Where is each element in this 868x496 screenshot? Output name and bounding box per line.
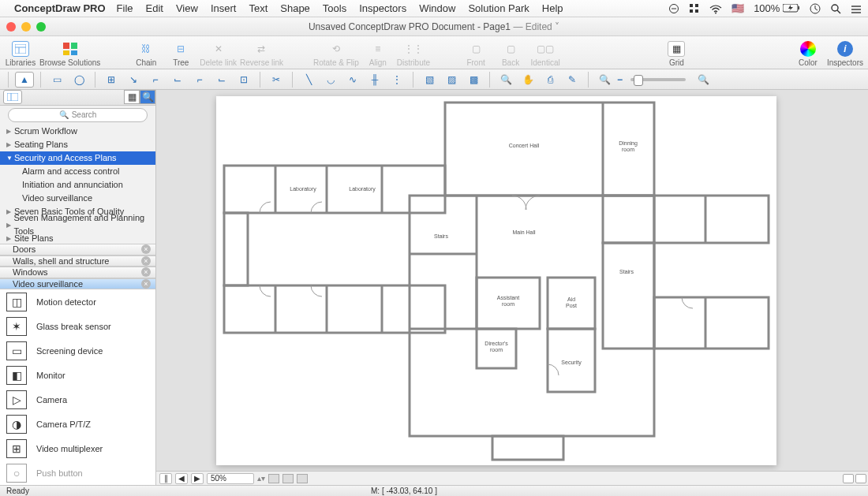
battery-status[interactable]: 100% — [754, 2, 800, 14]
close-icon[interactable]: × — [141, 244, 151, 254]
shape-push-button[interactable]: ○Push button — [0, 461, 155, 485]
subcat-initiation[interactable]: Initiation and annunciation — [0, 178, 155, 192]
close-icon[interactable]: × — [141, 256, 151, 266]
shape-screening[interactable]: ▭Screening device — [0, 338, 155, 363]
page-tab-2[interactable] — [282, 474, 294, 483]
lib-windows[interactable]: Windows× — [0, 267, 155, 278]
view-grid-tab[interactable]: ▦ — [124, 90, 140, 104]
close-icon[interactable]: × — [141, 267, 151, 277]
grid-button[interactable]: ▦Grid — [660, 39, 692, 67]
zoom-field[interactable]: 50% — [207, 473, 254, 484]
distribute-button[interactable]: ⋮⋮Distribute — [397, 39, 430, 67]
zoom-slider[interactable] — [630, 78, 686, 81]
ellipse-tool[interactable]: ◯ — [69, 72, 88, 88]
grid-icon[interactable] — [689, 2, 700, 15]
connector-tool-5[interactable]: ⌙ — [212, 72, 231, 88]
zoom-out-icon[interactable]: 🔍 — [595, 72, 614, 88]
front-button[interactable]: ▢Front — [460, 39, 492, 67]
page-prev-icon[interactable]: ◀ — [175, 473, 188, 484]
hand-tool[interactable]: ✋ — [518, 72, 537, 88]
back-button[interactable]: ▢Back — [495, 39, 526, 67]
group-tool-2[interactable]: ▨ — [442, 72, 461, 88]
traffic-minimize[interactable] — [21, 22, 31, 32]
subcat-alarm[interactable]: Alarm and access control — [0, 165, 155, 178]
zoom-minus[interactable]: − — [617, 74, 623, 85]
menu-tools[interactable]: Tools — [323, 2, 346, 14]
cat-scrum[interactable]: ▶Scrum Workflow — [0, 125, 155, 138]
menu-extras-icon[interactable] — [851, 2, 862, 14]
status-icon[interactable] — [668, 2, 679, 15]
page-pause-icon[interactable]: ∥ — [159, 473, 172, 484]
arc-tool[interactable]: ◡ — [321, 72, 340, 88]
inspectors-button[interactable]: iInspectors — [827, 39, 863, 67]
identical-button[interactable]: ▢▢Identical — [529, 39, 561, 67]
shape-motion-detector[interactable]: ◫Motion detector — [0, 289, 155, 314]
tree-button[interactable]: ⊟Tree — [165, 39, 196, 67]
zoom-stepper-icon[interactable]: ▴▾ — [257, 474, 265, 483]
dim-tool-2[interactable]: ⋮ — [387, 72, 406, 88]
pen-tool[interactable]: ✎ — [563, 72, 582, 88]
shape-multiplexer[interactable]: ⊞Video multiplexer — [0, 436, 155, 461]
page-next-icon[interactable]: ▶ — [191, 473, 204, 484]
drawing-page[interactable]: Concert Hall Dinningroom Laboratory Labo… — [216, 96, 776, 465]
stamp-tool[interactable]: ⎙ — [541, 72, 559, 88]
flag-icon[interactable]: 🇺🇸 — [731, 2, 744, 14]
reverse-link-button[interactable]: ⇄Reverse link — [240, 39, 283, 67]
wifi-icon[interactable] — [709, 2, 722, 14]
lib-doors[interactable]: Doors× — [0, 244, 155, 255]
view-search-tab[interactable]: 🔍 — [140, 90, 155, 104]
lib-video-surveillance[interactable]: Video surveillance× — [0, 278, 155, 289]
zoom-in-icon[interactable]: 🔍 — [694, 72, 713, 88]
delete-link-button[interactable]: ✕Delete link — [200, 39, 237, 67]
connector-tool-2[interactable]: ⌐ — [146, 72, 165, 88]
menu-insert[interactable]: Insert — [211, 2, 237, 14]
clock-icon[interactable] — [810, 2, 821, 15]
clip-tool[interactable]: ✂ — [267, 72, 286, 88]
connector-tool-3[interactable]: ⌙ — [168, 72, 187, 88]
rect-tool[interactable]: ▭ — [47, 72, 66, 88]
pointer-tool[interactable]: ▲ — [15, 72, 34, 88]
menu-help[interactable]: Help — [542, 2, 563, 14]
menu-window[interactable]: Window — [419, 2, 455, 14]
cat-security[interactable]: ▼Security and Access Plans — [0, 151, 155, 165]
dim-tool-1[interactable]: ╫ — [365, 72, 384, 88]
canvas-area[interactable]: Concert Hall Dinningroom Laboratory Labo… — [156, 90, 868, 485]
chain-button[interactable]: ⛓Chain — [130, 39, 162, 67]
panel-toggle[interactable] — [3, 90, 22, 104]
menu-inspectors[interactable]: Inspectors — [359, 2, 406, 14]
connector-tool-1[interactable]: ↘ — [124, 72, 143, 88]
group-tool-1[interactable]: ▧ — [420, 72, 439, 88]
color-button[interactable]: Color — [792, 39, 824, 67]
spline-tool[interactable]: ∿ — [343, 72, 362, 88]
shape-monitor[interactable]: ◧Monitor — [0, 363, 155, 387]
page-tab-3[interactable] — [297, 474, 308, 483]
corner-button-1[interactable] — [843, 474, 854, 483]
group-tool-3[interactable]: ▩ — [464, 72, 483, 88]
rotate-flip-button[interactable]: ⟲Rotate & Flip — [313, 39, 359, 67]
page-tab-1[interactable] — [268, 474, 279, 483]
traffic-zoom[interactable] — [36, 22, 46, 32]
align-button[interactable]: ≡Align — [362, 39, 394, 67]
menu-file[interactable]: File — [117, 2, 133, 14]
shape-camera-ptz[interactable]: ◑Camera P/T/Z — [0, 412, 155, 436]
menu-view[interactable]: View — [176, 2, 198, 14]
title-chevron-icon[interactable]: ˅ — [555, 21, 559, 32]
lib-walls[interactable]: Walls, shell and structure× — [0, 255, 155, 267]
cat-seating[interactable]: ▶Seating Plans — [0, 138, 155, 151]
subcat-video[interactable]: Video surveillance — [0, 192, 155, 205]
spotlight-icon[interactable] — [830, 2, 841, 15]
menu-text[interactable]: Text — [249, 2, 268, 14]
snap-tool-1[interactable]: ⊞ — [102, 72, 121, 88]
search-input[interactable]: 🔍Search — [8, 108, 148, 122]
shape-camera[interactable]: ▷Camera — [0, 387, 155, 412]
connector-tool-6[interactable]: ⊡ — [234, 72, 253, 88]
shape-glass-break[interactable]: ✶Glass break sensor — [0, 314, 155, 338]
menu-solution-park[interactable]: Solution Park — [468, 2, 529, 14]
cat-seven-mgmt[interactable]: ▶Seven Management and Planning Tools — [0, 218, 155, 232]
line-tool[interactable]: ╲ — [299, 72, 318, 88]
browse-solutions-button[interactable]: Browse Solutions — [39, 39, 100, 67]
zoom-tool[interactable]: 🔍 — [496, 72, 515, 88]
app-name[interactable]: ConceptDraw PRO — [14, 2, 106, 14]
menu-shape[interactable]: Shape — [280, 2, 310, 14]
corner-button-2[interactable] — [855, 474, 866, 483]
